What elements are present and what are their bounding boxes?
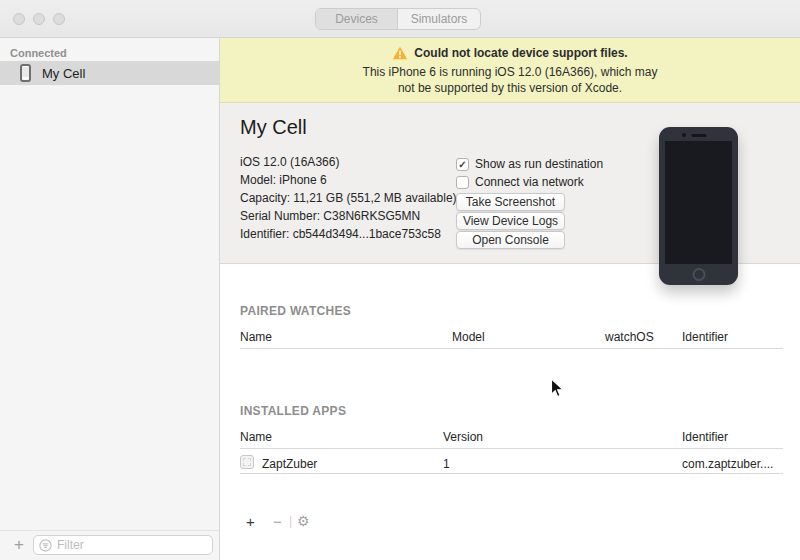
warning-banner: Could not locate device support files. T… bbox=[220, 38, 800, 103]
device-os: iOS 12.0 (16A366) bbox=[240, 153, 457, 171]
pw-col-model[interactable]: Model bbox=[452, 330, 485, 344]
device-model: Model: iPhone 6 bbox=[240, 171, 457, 189]
phone-home-button bbox=[692, 268, 705, 281]
device-details: iOS 12.0 (16A366) Model: iPhone 6 Capaci… bbox=[240, 153, 457, 243]
iphone-icon bbox=[20, 64, 31, 82]
filter-input[interactable] bbox=[57, 538, 202, 552]
take-screenshot-button[interactable]: Take Screenshot bbox=[456, 193, 565, 211]
phone-camera-dot bbox=[682, 133, 686, 137]
installed-apps-header-rule bbox=[240, 448, 783, 449]
ia-col-version[interactable]: Version bbox=[443, 430, 483, 444]
open-console-button[interactable]: Open Console bbox=[456, 231, 565, 249]
app-placeholder-icon bbox=[240, 455, 254, 469]
install-app-button[interactable]: + bbox=[246, 513, 255, 530]
pw-col-watchos[interactable]: watchOS bbox=[605, 330, 654, 344]
app-identifier-cell: com.zaptzuber.... bbox=[682, 457, 773, 471]
app-name-cell: ZaptZuber bbox=[262, 457, 317, 471]
device-identifier: Identifier: cb544d3494...1bace753c58 bbox=[240, 225, 457, 243]
sidebar-item-my-cell[interactable]: My Cell bbox=[0, 61, 219, 85]
show-as-run-destination-checkbox[interactable]: ✓ bbox=[456, 158, 469, 171]
paired-watches-section-title: PAIRED WATCHES bbox=[240, 304, 351, 318]
ia-col-name[interactable]: Name bbox=[240, 430, 272, 444]
titlebar: Devices Simulators bbox=[0, 0, 800, 38]
sidebar-section-connected: Connected bbox=[10, 47, 67, 59]
connect-via-network-row: Connect via network bbox=[456, 175, 584, 189]
show-as-run-destination-row: ✓ Show as run destination bbox=[456, 157, 603, 171]
installed-apps-section-title: INSTALLED APPS bbox=[240, 404, 346, 418]
warning-icon bbox=[392, 46, 408, 60]
filter-field[interactable] bbox=[33, 535, 213, 555]
tab-simulators[interactable]: Simulators bbox=[398, 9, 480, 29]
pw-col-identifier[interactable]: Identifier bbox=[682, 330, 728, 344]
sidebar-bottom-bar: + bbox=[0, 530, 219, 560]
connect-via-network-label: Connect via network bbox=[475, 175, 584, 189]
filter-icon bbox=[39, 539, 52, 552]
add-device-button[interactable]: + bbox=[10, 535, 28, 555]
show-as-run-destination-label: Show as run destination bbox=[475, 157, 603, 171]
paired-watches-header-rule bbox=[240, 348, 783, 349]
installed-apps-row-rule bbox=[240, 473, 783, 474]
remove-app-button[interactable]: − bbox=[273, 513, 282, 530]
devices-window: Devices Simulators Connected My Cell + bbox=[0, 0, 800, 560]
zoom-button[interactable] bbox=[53, 13, 65, 25]
devices-simulators-segmented-control: Devices Simulators bbox=[315, 8, 481, 30]
device-capacity: Capacity: 11,21 GB (551,2 MB available) bbox=[240, 189, 457, 207]
mouse-cursor bbox=[550, 378, 564, 398]
app-version-cell: 1 bbox=[443, 457, 450, 471]
pw-col-name[interactable]: Name bbox=[240, 330, 272, 344]
iphone-device-image bbox=[659, 127, 738, 285]
phone-screen bbox=[665, 141, 732, 264]
connect-via-network-checkbox[interactable] bbox=[456, 176, 469, 189]
ia-col-identifier[interactable]: Identifier bbox=[682, 430, 728, 444]
phone-speaker-slot bbox=[691, 134, 706, 137]
toolbar-separator: | bbox=[289, 514, 292, 528]
tab-devices[interactable]: Devices bbox=[316, 9, 398, 29]
gear-icon[interactable]: ⚙ bbox=[297, 513, 310, 529]
banner-message-line1: This iPhone 6 is running iOS 12.0 (16A36… bbox=[220, 64, 800, 80]
device-sidebar: Connected My Cell + bbox=[0, 38, 220, 560]
sidebar-device-name: My Cell bbox=[42, 66, 85, 81]
device-title: My Cell bbox=[240, 116, 307, 139]
minimize-button[interactable] bbox=[33, 13, 45, 25]
view-device-logs-button[interactable]: View Device Logs bbox=[456, 212, 565, 230]
device-serial: Serial Number: C38N6RKSG5MN bbox=[240, 207, 457, 225]
banner-title: Could not locate device support files. bbox=[414, 46, 627, 60]
close-button[interactable] bbox=[13, 13, 25, 25]
banner-message-line2: not be supported by this version of Xcod… bbox=[220, 80, 800, 96]
